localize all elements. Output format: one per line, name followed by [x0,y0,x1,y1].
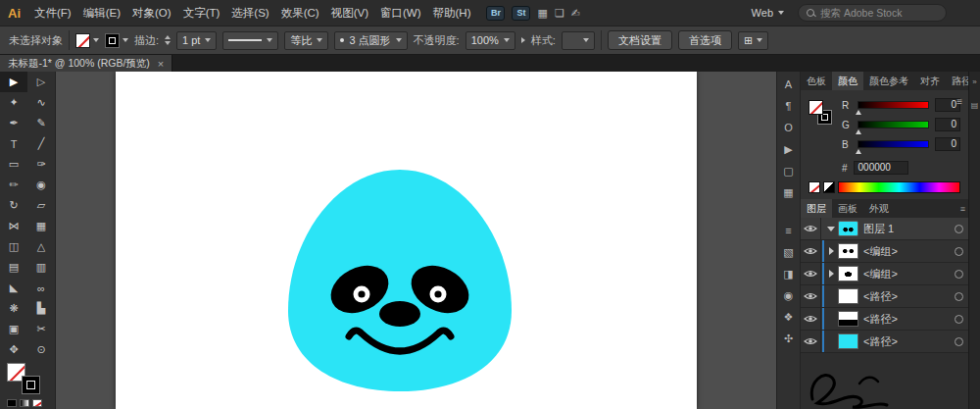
blue-value[interactable]: 0 [935,137,960,151]
tab-pathfinder[interactable]: 路径查找器 [946,72,968,90]
layer-row-4[interactable]: <路径> [801,285,968,308]
target-circle-icon[interactable] [955,247,963,256]
rectangle-tool[interactable]: ▭ [0,154,27,175]
visibility-toggle[interactable] [801,331,821,352]
color-panel-menu-icon[interactable]: ≡ [956,96,962,107]
target-circle-icon[interactable] [955,315,963,324]
curvature-tool[interactable]: ✎ [27,113,55,133]
layer-row-3[interactable]: <编组> [801,263,968,285]
stroke-weight-dropdown[interactable]: 1 pt [176,31,217,50]
menu-file[interactable]: 文件(F) [28,0,77,26]
graphic-style-dropdown[interactable] [562,31,595,50]
zoom-tool[interactable]: ⊙ [27,339,55,360]
panda-nose[interactable] [379,301,420,327]
panda-artwork[interactable] [116,72,697,409]
expand-arrow-icon[interactable] [826,270,836,278]
document-tab[interactable]: 未标题-1* @ 100% (RGB/预览) × [0,55,172,72]
tab-color[interactable]: 颜色 [832,72,863,90]
artboard[interactable] [116,72,697,409]
eyedropper-tool[interactable]: ◣ [0,278,27,298]
layer-row-6[interactable]: <路径> [801,331,968,353]
visibility-toggle[interactable] [801,240,821,262]
visibility-toggle[interactable] [801,218,821,239]
appearance-panel-icon[interactable]: ◉ [784,289,794,302]
slice-tool[interactable]: ✂ [27,319,55,339]
none-mode-icon[interactable] [32,399,42,407]
panda-left-pupil[interactable] [358,290,365,297]
color-fill-stroke-proxy[interactable] [808,98,834,137]
color-spectrum-bar[interactable] [838,181,960,193]
tab-appearance[interactable]: 外观 [863,199,895,218]
actions-panel-icon[interactable]: ▶ [784,143,792,156]
target-circle-icon[interactable] [955,270,963,279]
layer-name[interactable]: <编组> [863,267,951,281]
variable-width-profile-dropdown[interactable] [222,31,278,50]
bridge-icon[interactable]: Br [486,6,505,21]
target-circle-icon[interactable] [955,225,963,233]
artboards-panel-icon[interactable]: ▢ [783,165,793,178]
expand-arrow-icon[interactable] [826,247,836,255]
shape-builder-tool[interactable]: ◫ [0,236,27,257]
layer-name[interactable]: <编组> [863,244,951,259]
transparency-panel-arrow-icon[interactable] [521,37,525,43]
pen-tool[interactable]: ✒ [0,113,27,133]
layer-name[interactable]: <路径> [863,334,951,349]
lasso-tool[interactable]: ∿ [27,92,55,113]
symbols-panel-icon[interactable]: ✣ [784,332,793,345]
green-slider[interactable] [858,121,929,128]
target-circle-icon[interactable] [955,337,963,346]
gradient-panel-icon[interactable]: ▧ [783,246,793,259]
fill-none-proxy[interactable] [808,100,823,115]
direct-selection-tool[interactable]: ▷ [27,72,55,92]
mesh-tool[interactable]: ▤ [0,257,27,278]
preferences-button[interactable]: 首选项 [678,30,732,50]
canvas[interactable] [56,72,776,409]
stock-search-box[interactable] [798,4,947,22]
menu-help[interactable]: 帮助(H) [427,0,477,26]
graphic-styles-panel-icon[interactable]: ❖ [784,311,794,324]
width-profile-dropdown[interactable]: 等比 [284,31,328,50]
spectrum-bw-swatch[interactable] [823,181,835,193]
arrange-documents-icon[interactable]: ▦ [537,6,547,21]
pencil-tool[interactable]: ✏ [0,175,27,195]
hex-value-field[interactable]: 000000 [854,161,908,175]
visibility-toggle[interactable] [801,285,821,307]
opentype-panel-icon[interactable]: O [784,122,793,134]
layer-name[interactable]: 图层 1 [863,222,951,236]
line-segment-tool[interactable]: ╱ [27,133,55,154]
stroke-weight-stepper[interactable] [165,35,171,45]
scale-tool[interactable]: ▱ [27,195,55,216]
close-tab-icon[interactable]: × [158,58,164,70]
target-circle-icon[interactable] [955,292,963,301]
transform-panel-icon[interactable]: ▦ [783,186,793,199]
paintbrush-tool[interactable]: ✑ [27,154,55,175]
fill-color-control[interactable] [75,33,99,48]
gradient-tool[interactable]: ▥ [27,257,55,278]
symbol-sprayer-tool[interactable]: ❋ [0,298,27,319]
green-value[interactable]: 0 [935,118,960,131]
touch-workspace-icon[interactable]: ✍ [571,6,580,21]
panda-head-shape[interactable] [288,170,512,391]
red-slider[interactable] [858,101,929,109]
layer-row-5[interactable]: <路径> [801,308,968,331]
blend-tool[interactable]: ∞ [27,278,55,298]
spectrum-none-swatch[interactable] [808,181,820,193]
layer-name[interactable]: <路径> [863,289,951,304]
artboard-tool[interactable]: ▣ [0,319,27,339]
hand-tool[interactable]: ✥ [0,339,27,360]
tab-swatches[interactable]: 色板 [801,72,832,90]
magic-wand-tool[interactable]: ✦ [0,92,27,113]
layer-name[interactable]: <路径> [863,312,951,327]
layer-row-2[interactable]: <编组> [801,240,968,263]
dock-grid-icon[interactable]: ▤ [971,101,979,111]
width-tool[interactable]: ⋈ [0,216,27,236]
menu-object[interactable]: 对象(O) [126,0,177,26]
panda-right-pupil[interactable] [434,290,441,297]
blue-slider[interactable] [858,140,929,148]
menu-select[interactable]: 选择(S) [225,0,274,26]
expand-arrow-icon[interactable] [826,227,836,231]
rotate-tool[interactable]: ↻ [0,195,27,216]
tab-layers[interactable]: 图层 [801,199,832,218]
search-input[interactable] [820,7,933,19]
transparency-panel-icon[interactable]: ◨ [783,268,793,281]
